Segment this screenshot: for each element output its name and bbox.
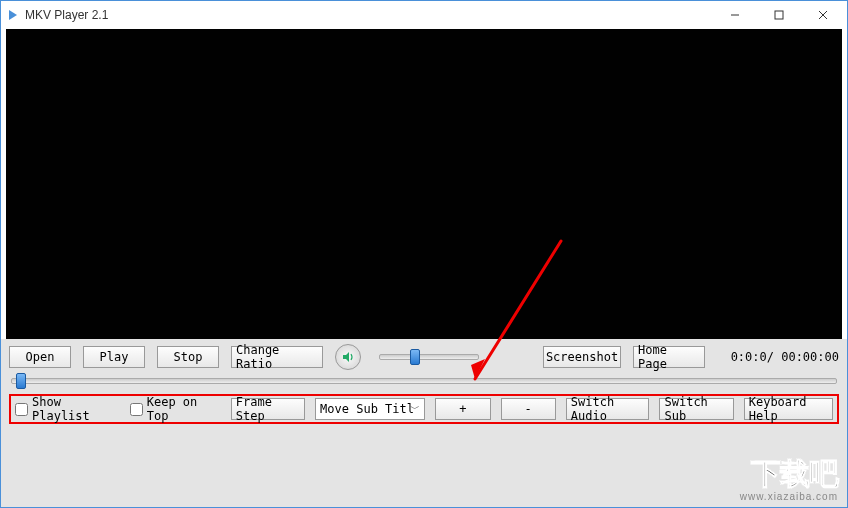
time-display: 0:0:0/ 00:00:00 (731, 350, 839, 364)
watermark-url: www.xiazaiba.com (740, 491, 838, 502)
main-toolbar: Open Play Stop Change Ratio Screenshot H… (9, 345, 839, 369)
keep-on-top-checkbox[interactable]: Keep on Top (130, 395, 221, 423)
show-playlist-input[interactable] (15, 403, 28, 416)
window-title: MKV Player 2.1 (25, 8, 713, 22)
volume-thumb[interactable] (410, 349, 420, 365)
chevron-down-icon: ﹀ (410, 402, 420, 416)
stop-button[interactable]: Stop (157, 346, 219, 368)
seek-thumb[interactable] (16, 373, 26, 389)
app-window: MKV Player 2.1 Open Play Stop Change Rat… (0, 0, 848, 508)
watermark: 下载吧 www.xiazaiba.com (740, 454, 838, 502)
seek-row (9, 378, 839, 384)
svg-rect-1 (775, 11, 783, 19)
speaker-icon[interactable] (335, 344, 361, 370)
options-toolbar: Show Playlist Keep on Top Frame Step Mov… (9, 394, 839, 424)
move-sub-title-label: Move Sub Titl (320, 402, 414, 416)
play-button[interactable]: Play (83, 346, 145, 368)
controls-panel: Open Play Stop Change Ratio Screenshot H… (1, 339, 847, 507)
plus-button[interactable]: + (435, 398, 490, 420)
volume-slider[interactable] (379, 354, 479, 360)
show-playlist-label: Show Playlist (32, 395, 120, 423)
maximize-button[interactable] (757, 2, 801, 28)
switch-sub-button[interactable]: Switch Sub (659, 398, 733, 420)
seek-slider[interactable] (11, 378, 837, 384)
titlebar: MKV Player 2.1 (1, 1, 847, 29)
move-sub-title-select[interactable]: Move Sub Titl ﹀ (315, 398, 425, 420)
show-playlist-checkbox[interactable]: Show Playlist (15, 395, 120, 423)
open-button[interactable]: Open (9, 346, 71, 368)
keep-on-top-input[interactable] (130, 403, 143, 416)
screenshot-button[interactable]: Screenshot (543, 346, 621, 368)
home-page-button[interactable]: Home Page (633, 346, 705, 368)
video-canvas[interactable] (6, 29, 842, 339)
switch-audio-button[interactable]: Switch Audio (566, 398, 650, 420)
minimize-button[interactable] (713, 2, 757, 28)
watermark-text: 下载吧 (740, 454, 838, 495)
keep-on-top-label: Keep on Top (147, 395, 221, 423)
window-buttons (713, 2, 845, 28)
minus-button[interactable]: - (501, 398, 556, 420)
play-icon (9, 10, 17, 20)
close-button[interactable] (801, 2, 845, 28)
frame-step-button[interactable]: Frame Step (231, 398, 305, 420)
keyboard-help-button[interactable]: Keyboard Help (744, 398, 833, 420)
change-ratio-button[interactable]: Change Ratio (231, 346, 323, 368)
